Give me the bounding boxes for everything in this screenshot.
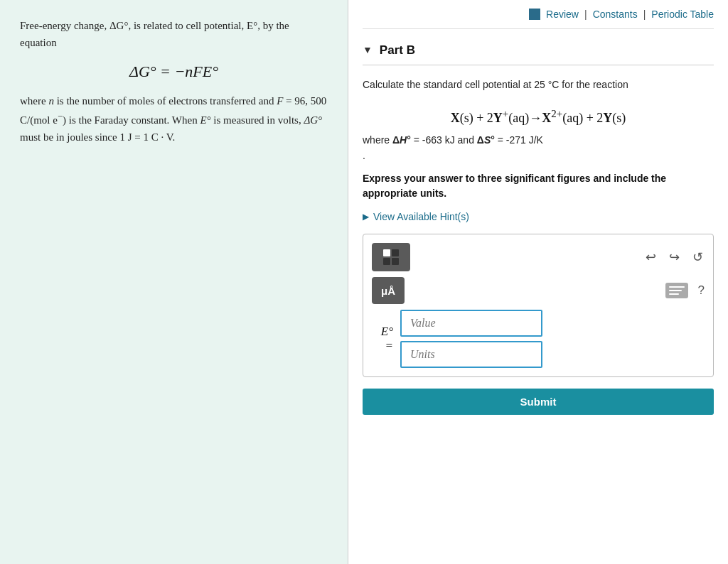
toolbar-left	[372, 243, 410, 271]
reaction-equation: X(s) + 2Y+(aq)→X2+(aq) + 2Y(s)	[363, 108, 714, 126]
reset-button[interactable]: ↺	[691, 248, 705, 266]
kb-line-2	[669, 290, 682, 291]
hint-link[interactable]: ▶ View Available Hint(s)	[363, 211, 714, 222]
kb-line-1	[669, 286, 685, 288]
sep2: |	[643, 9, 646, 20]
thermo-values: where ΔH° = -663 kJ and ΔS° = -271 J/K	[363, 134, 714, 146]
fields-col	[400, 310, 705, 368]
body-text: where n is the number of moles of electr…	[20, 92, 328, 146]
top-nav: Review | Constants | Periodic Table	[363, 0, 714, 29]
right-panel: Review | Constants | Periodic Table ▼ Pa…	[348, 0, 728, 564]
answer-container: ↩ ↪ ↺ μÅ ?	[363, 234, 714, 377]
periodic-table-link[interactable]: Periodic Table	[651, 9, 714, 20]
toolbar-right-1: ↩ ↪ ↺	[644, 248, 705, 266]
express-text: Express your answer to three significant…	[363, 171, 714, 201]
help-button[interactable]: ?	[698, 283, 705, 298]
mu-button[interactable]: μÅ	[372, 277, 405, 304]
grid-cell-tr	[392, 249, 399, 256]
constants-link[interactable]: Constants	[593, 9, 638, 20]
part-b-title: Part B	[380, 43, 415, 58]
redo-button[interactable]: ↪	[668, 248, 681, 266]
hint-label[interactable]: View Available Hint(s)	[373, 211, 469, 222]
review-link[interactable]: Review	[546, 9, 579, 20]
grid-button[interactable]	[372, 243, 410, 271]
problem-text: Calculate the standard cell potential at…	[363, 77, 714, 92]
period-text: .	[363, 150, 714, 161]
intro-text: Free-energy change, ΔG°, is related to c…	[20, 17, 328, 51]
left-panel: Free-energy change, ΔG°, is related to c…	[0, 0, 348, 564]
field-label: E° =	[372, 325, 393, 353]
undo-button[interactable]: ↩	[644, 248, 658, 266]
keyboard-lines	[669, 286, 685, 295]
keyboard-icon[interactable]	[665, 283, 688, 298]
field-label-eq: =	[372, 339, 393, 353]
collapse-arrow-icon[interactable]: ▼	[363, 45, 373, 56]
kb-line-3	[669, 293, 679, 295]
submit-button[interactable]: Submit	[363, 389, 714, 415]
review-icon	[529, 9, 540, 20]
toolbar-row-1: ↩ ↪ ↺	[372, 243, 705, 271]
units-input[interactable]	[400, 341, 542, 368]
part-b-header: ▼ Part B	[363, 43, 714, 65]
toolbar-right-2: ?	[665, 283, 705, 298]
main-equation: ΔG° = −nFE°	[20, 63, 328, 81]
hint-arrow-icon: ▶	[363, 212, 369, 222]
grid-cell-tl	[383, 249, 390, 256]
grid-cell-br	[392, 258, 399, 265]
sep1: |	[584, 9, 587, 20]
field-label-eo: E°	[372, 325, 393, 339]
toolbar-row-2: μÅ ?	[372, 277, 705, 304]
input-row: E° =	[372, 310, 705, 368]
value-input[interactable]	[400, 310, 542, 337]
toolbar-left-2: μÅ	[372, 277, 405, 304]
grid-icon	[383, 249, 399, 265]
grid-cell-bl	[383, 258, 390, 265]
